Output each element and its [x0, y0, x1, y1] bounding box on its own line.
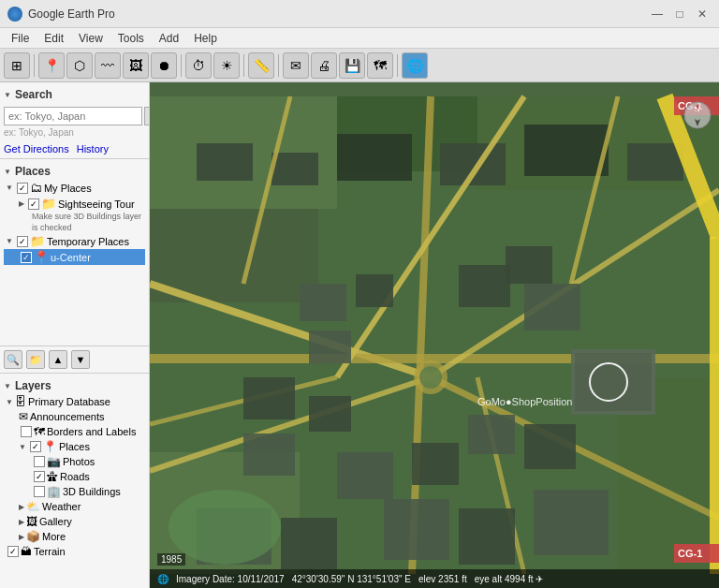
layer-terrain[interactable]: 🏔 Terrain [4, 544, 145, 559]
svg-rect-43 [337, 452, 393, 499]
places-layer-checkbox[interactable] [30, 441, 41, 452]
weather-label: Weather [42, 501, 81, 512]
view-in-maps-btn[interactable]: 🗺 [367, 52, 393, 79]
ucenter-checkbox[interactable] [21, 252, 32, 263]
search-input[interactable] [4, 107, 142, 125]
close-button[interactable]: ✕ [693, 7, 712, 22]
titlebar: Google Earth Pro — □ ✕ [0, 0, 719, 28]
ruler-btn[interactable]: 📏 [248, 52, 274, 79]
places-triangle: ▼ [4, 168, 11, 176]
svg-rect-28 [309, 331, 351, 363]
sunlight-btn[interactable]: ☀ [213, 52, 240, 79]
my-places-checkbox[interactable] [17, 183, 28, 194]
tree-item-my-places[interactable]: ▼ 🗂 My Places [4, 180, 145, 196]
svg-rect-49 [534, 490, 609, 555]
separator-5 [397, 54, 398, 77]
tree-item-sightseeing[interactable]: ▶ 📁 Sightseeing Tour [4, 196, 145, 212]
toggle-sidebar-btn[interactable]: ⊞ [4, 52, 30, 79]
print-btn[interactable]: 🖨 [311, 52, 337, 79]
add-path-btn[interactable]: 〰 [95, 52, 121, 79]
move-down-btn[interactable]: ▼ [71, 350, 90, 369]
layer-announcements[interactable]: ✉ Announcements [4, 409, 145, 424]
add-polygon-btn[interactable]: ⬡ [66, 52, 93, 79]
map-area[interactable]: GoMo●ShopPosition [150, 82, 719, 588]
add-placemark-btn[interactable]: 📍 [38, 52, 65, 79]
add-image-overlay-btn[interactable]: 🖼 [123, 52, 149, 79]
svg-rect-41 [468, 415, 515, 454]
svg-rect-8 [271, 153, 318, 185]
roads-label: Roads [60, 471, 90, 482]
layers-header: ▼ Layers [4, 377, 145, 394]
layer-gallery[interactable]: ▶ 🖼 Gallery [4, 514, 145, 529]
eye-alt: eye alt 4994 ft ✈ [475, 574, 544, 584]
svg-rect-27 [356, 274, 393, 307]
earth-view-btn[interactable]: 🌐 [402, 52, 428, 79]
layer-roads[interactable]: 🛣 Roads [4, 469, 145, 484]
left-panel: ▼ Search Search ex: Tokyo, Japan Get Dir… [0, 82, 150, 588]
save-image-btn[interactable]: 💾 [339, 52, 365, 79]
places-section: ▼ Places ▼ 🗂 My Places ▶ 📁 Sightseeing T… [0, 159, 149, 346]
elevation: elev 2351 ft [418, 574, 467, 584]
borders-checkbox[interactable] [21, 426, 32, 437]
record-tour-btn[interactable]: ⏺ [151, 52, 177, 79]
layer-weather[interactable]: ▶ ⛅ Weather [4, 499, 145, 514]
separator-4 [278, 54, 279, 77]
terrain-checkbox[interactable] [7, 546, 19, 557]
layer-3d-buildings[interactable]: 🏢 3D Buildings [4, 484, 145, 499]
app-icon [7, 7, 22, 22]
layer-photos[interactable]: 📷 Photos [4, 454, 145, 469]
menu-help[interactable]: Help [186, 30, 225, 47]
svg-rect-38 [243, 377, 295, 419]
search-label: Search [15, 88, 52, 101]
layer-primary-db[interactable]: ▼ 🗄 Primary Database [4, 394, 145, 409]
imagery-date: Imagery Date: 10/11/2017 [176, 574, 285, 584]
layer-places[interactable]: ▼ 📍 Places [4, 439, 145, 454]
map-svg: GoMo●ShopPosition [150, 82, 719, 588]
maximize-button[interactable]: □ [670, 7, 689, 22]
temporary-checkbox[interactable] [17, 236, 28, 247]
buildings-label: 3D Buildings [63, 486, 121, 497]
menu-add[interactable]: Add [152, 30, 186, 47]
separator-1 [34, 54, 35, 77]
announcements-label: Announcements [30, 411, 105, 422]
zoom-to-selection-btn[interactable]: 🔍 [4, 350, 22, 369]
menu-tools[interactable]: Tools [110, 30, 152, 47]
menubar: File Edit View Tools Add Help [0, 28, 719, 49]
roads-checkbox[interactable] [34, 471, 45, 482]
svg-rect-40 [309, 396, 351, 432]
temporary-label: Temporary Places [47, 236, 129, 247]
folder-btn[interactable]: 📁 [26, 350, 45, 369]
statusbar: 🌐 Imagery Date: 10/11/2017 42°30'30.59" … [150, 569, 719, 588]
photos-checkbox[interactable] [34, 456, 45, 467]
svg-rect-42 [524, 424, 576, 469]
svg-point-37 [419, 366, 442, 389]
historical-imagery-btn[interactable]: ⏱ [185, 52, 212, 79]
email-btn[interactable]: ✉ [283, 52, 309, 79]
svg-rect-29 [459, 265, 510, 307]
minimize-button[interactable]: — [648, 7, 667, 22]
sightseeing-checkbox[interactable] [28, 198, 39, 210]
layers-section: ▼ Layers ▼ 🗄 Primary Database ✉ Announce… [0, 374, 149, 588]
svg-rect-10 [440, 143, 506, 185]
buildings-checkbox[interactable] [34, 486, 45, 497]
layer-borders[interactable]: 🗺 Borders and Labels [4, 424, 145, 439]
history-link[interactable]: History [77, 143, 109, 154]
layer-more[interactable]: ▶ 📦 More [4, 529, 145, 544]
get-directions-link[interactable]: Get Directions [4, 143, 69, 154]
layers-label: Layers [15, 379, 51, 392]
tree-item-temporary[interactable]: ▼ 📁 Temporary Places [4, 233, 145, 249]
svg-rect-11 [524, 125, 609, 176]
my-places-label: My Places [44, 183, 92, 194]
places-header: ▼ Places [4, 163, 145, 180]
toolbar: ⊞ 📍 ⬡ 〰 🖼 ⏺ ⏱ ☀ 📏 ✉ 🖨 💾 🗺 🌐 [0, 49, 719, 82]
panel-controls: 🔍 📁 ▲ ▼ [0, 346, 149, 374]
svg-rect-48 [459, 508, 515, 565]
primary-db-label: Primary Database [28, 396, 110, 407]
menu-edit[interactable]: Edit [37, 30, 71, 47]
menu-view[interactable]: View [71, 30, 110, 47]
move-up-btn[interactable]: ▲ [49, 350, 67, 369]
tree-item-ucenter[interactable]: 📍 u-Center [4, 249, 145, 265]
svg-rect-39 [243, 434, 295, 476]
menu-file[interactable]: File [4, 30, 37, 47]
search-input-row: Search [4, 107, 145, 125]
